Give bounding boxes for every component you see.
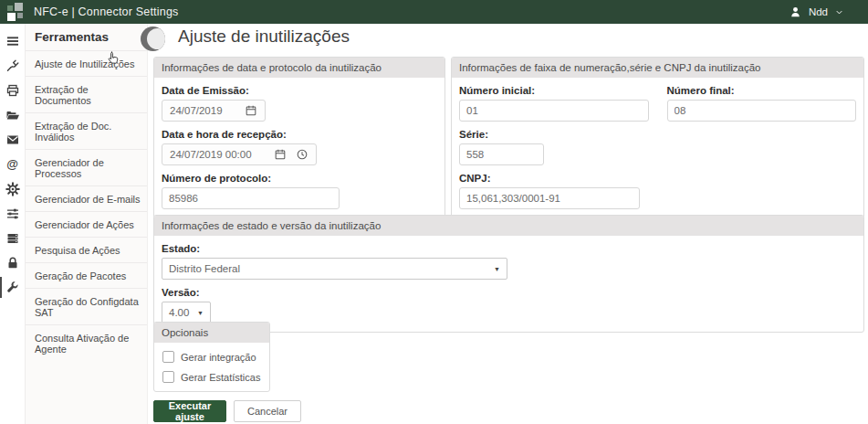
state-select[interactable]: Distrito Federal ▼ [162, 258, 507, 280]
final-number-label: Número final: [667, 85, 857, 96]
at-sign-icon: @ [6, 158, 18, 170]
rail-button-lock[interactable] [0, 250, 26, 275]
page-title: Ajuste de inutilizações [178, 26, 350, 47]
icon-rail: @ [0, 24, 26, 424]
menu-icon [5, 34, 20, 48]
generate-statistics-checkbox[interactable] [162, 371, 174, 383]
generate-integration-checkbox[interactable] [162, 351, 174, 363]
server-icon [5, 231, 20, 246]
protocol-number-input[interactable] [162, 187, 340, 209]
sidebar: Ferramentas Ajuste de Inutilizações Extr… [26, 24, 148, 424]
panel-date-protocol-header: Informações de data e protocolo da inuti… [154, 58, 444, 78]
sliders-icon [5, 207, 20, 221]
plug-icon [5, 58, 20, 73]
user-name: Ndd [809, 6, 828, 17]
select-arrow-icon: ▼ [494, 266, 500, 272]
calendar-icon[interactable] [245, 104, 257, 117]
logo-square [7, 13, 16, 21]
select-arrow-icon: ▼ [197, 310, 204, 316]
sidebar-item-ajuste-de-inutilizacoes[interactable]: Ajuste de Inutilizações [26, 50, 147, 76]
sidebar-item-gerenciador-de-acoes[interactable]: Gerenciador de Ações [26, 211, 147, 237]
sidebar-item-gerenciador-de-processos[interactable]: Gerenciador de Processos [26, 149, 147, 186]
app-logo-icon [7, 3, 26, 21]
panel-number-range-header: Informações de faixa de numeração,série … [452, 58, 863, 78]
emission-date-input[interactable]: 24/07/2019 [162, 100, 266, 122]
rail-button-plug[interactable] [0, 53, 26, 78]
protocol-number-label: Número de protocolo: [162, 173, 437, 184]
user-menu[interactable]: Ndd [789, 5, 844, 19]
main-content: Ajuste de inutilizações Informações de d… [148, 24, 868, 424]
sidebar-item-pesquisa-de-acoes[interactable]: Pesquisa de Ações [26, 237, 147, 262]
sidebar-item-extracao-de-doc-invalidos[interactable]: Extração de Doc. Inválidos [26, 112, 147, 149]
sidebar-item-consulta-ativacao-de-agente[interactable]: Consulta Ativação de Agente [26, 324, 147, 361]
option-row: Gerar Estatísticas [162, 371, 262, 383]
cancel-button[interactable]: Cancelar [234, 400, 301, 422]
wrench-icon [5, 281, 20, 295]
printer-icon [5, 83, 20, 98]
rail-button-mail[interactable] [0, 127, 26, 152]
gear-icon [5, 182, 20, 196]
logo-square [7, 5, 13, 11]
panel-date-protocol: Informações de data e protocolo da inuti… [153, 57, 445, 218]
rail-button-settings[interactable] [0, 176, 26, 201]
option-row: Gerar integração [162, 351, 262, 363]
generate-integration-label: Gerar integração [181, 352, 256, 363]
execute-adjust-button[interactable]: Executar ajuste [153, 400, 226, 422]
panel-number-range: Informações de faixa de numeração,série … [451, 57, 864, 218]
chevron-down-icon [834, 7, 844, 17]
user-icon [789, 5, 802, 19]
emission-date-label: Data de Emissão: [162, 85, 437, 96]
rail-button-server[interactable] [0, 226, 26, 250]
version-select-value: 4.00 [169, 307, 189, 318]
page-title-icon [141, 26, 165, 51]
clock-icon[interactable] [296, 148, 309, 161]
rail-button-folder[interactable] [0, 102, 26, 127]
rail-button-printer[interactable] [0, 78, 26, 102]
panel-state-version: Informações de estado e versão da inutil… [153, 215, 864, 333]
sidebar-item-gerenciador-de-emails[interactable]: Gerenciador de E-mails [26, 186, 147, 211]
state-select-value: Distrito Federal [169, 263, 240, 274]
logo-square [15, 3, 23, 11]
envelope-icon [5, 132, 20, 147]
rail-button-tools[interactable] [0, 275, 26, 300]
rail-button-at[interactable]: @ [0, 152, 26, 176]
hand-cursor-icon [106, 51, 120, 67]
rail-button-sliders[interactable] [0, 201, 26, 226]
cnpj-input[interactable] [459, 187, 640, 209]
reception-datetime-label: Data e hora de recepção: [162, 129, 437, 140]
panel-options-header: Opcionais [154, 323, 269, 343]
sidebar-item-geracao-do-configdata-sat[interactable]: Geração do Configdata SAT [26, 288, 147, 324]
logo-square [17, 13, 23, 18]
lock-icon [5, 256, 20, 270]
sidebar-header: Ferramentas [26, 24, 147, 50]
sidebar-item-extracao-de-documentos[interactable]: Extração de Documentos [26, 76, 147, 112]
series-label: Série: [459, 129, 856, 140]
app-title: NFC-e | Connector Settings [34, 5, 179, 18]
version-select[interactable]: 4.00 ▼ [162, 302, 211, 323]
folder-open-icon [5, 108, 20, 122]
emission-date-value: 24/07/2019 [170, 105, 235, 116]
rail-button-menu[interactable] [0, 28, 26, 53]
final-number-input[interactable] [667, 100, 857, 122]
sidebar-item-geracao-de-pacotes[interactable]: Geração de Pacotes [26, 262, 147, 288]
reception-datetime-input[interactable]: 24/07/2019 00:00 [162, 143, 317, 165]
version-label: Versão: [162, 287, 856, 298]
calendar-icon[interactable] [274, 148, 287, 161]
initial-number-input[interactable] [459, 100, 649, 122]
panel-options: Opcionais Gerar integração Gerar Estatís… [153, 322, 270, 392]
state-label: Estado: [162, 243, 856, 254]
panel-state-version-header: Informações de estado e versão da inutil… [154, 216, 863, 236]
initial-number-label: Número inicial: [459, 85, 649, 96]
generate-statistics-label: Gerar Estatísticas [181, 372, 260, 383]
topbar: NFC-e | Connector Settings Ndd [0, 0, 868, 24]
cnpj-label: CNPJ: [459, 173, 856, 184]
reception-datetime-value: 24/07/2019 00:00 [170, 149, 265, 160]
series-input[interactable] [459, 143, 544, 165]
